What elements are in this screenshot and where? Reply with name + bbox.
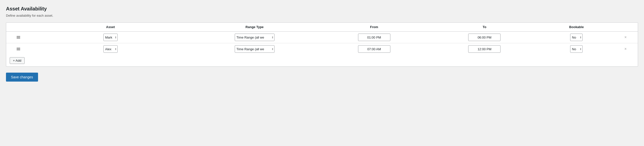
col-drag xyxy=(6,23,31,32)
to-cell xyxy=(430,43,540,55)
range-type-select-1[interactable]: Time Range (all we xyxy=(235,45,274,53)
bookable-cell: No Yes xyxy=(540,32,613,43)
col-bookable: Bookable xyxy=(540,23,613,32)
to-input-1[interactable] xyxy=(468,45,500,53)
add-row: + Add xyxy=(6,55,638,66)
asset-cell: Mark Alex xyxy=(31,32,190,43)
remove-row-button-0[interactable]: × xyxy=(623,35,628,39)
table-row: Mark Alex Time Range (all we No Yes × xyxy=(6,43,638,55)
asset-select-0[interactable]: Mark Alex xyxy=(104,34,118,41)
page-title: Asset Availability xyxy=(6,6,638,12)
col-from: From xyxy=(319,23,430,32)
asset-cell: Mark Alex xyxy=(31,43,190,55)
range-type-cell: Time Range (all we xyxy=(190,43,319,55)
drag-handle-icon[interactable] xyxy=(9,48,28,50)
from-cell xyxy=(319,32,430,43)
drag-handle-cell[interactable] xyxy=(6,43,31,55)
availability-table: Asset Range Type From To Bookable Mark A… xyxy=(6,23,638,66)
add-button[interactable]: + Add xyxy=(10,57,24,64)
save-changes-button[interactable]: Save changes xyxy=(6,73,38,82)
availability-table-wrapper: Asset Range Type From To Bookable Mark A… xyxy=(6,22,638,67)
table-header-row: Asset Range Type From To Bookable xyxy=(6,23,638,32)
table-row: Mark Alex Time Range (all we No Yes × xyxy=(6,32,638,43)
range-type-select-0[interactable]: Time Range (all we xyxy=(235,34,274,41)
bookable-select-1[interactable]: No Yes xyxy=(570,45,582,53)
col-remove xyxy=(613,23,638,32)
col-asset: Asset xyxy=(31,23,190,32)
remove-cell: × xyxy=(613,32,638,43)
asset-select-1[interactable]: Mark Alex xyxy=(104,45,118,53)
drag-handle-cell[interactable] xyxy=(6,32,31,43)
from-input-1[interactable] xyxy=(358,45,390,53)
range-type-cell: Time Range (all we xyxy=(190,32,319,43)
remove-cell: × xyxy=(613,43,638,55)
col-to: To xyxy=(430,23,540,32)
add-row-cell: + Add xyxy=(6,55,638,66)
page-subtitle: Define availability for each asset. xyxy=(6,14,638,18)
to-input-0[interactable] xyxy=(468,34,500,41)
col-range-type: Range Type xyxy=(190,23,319,32)
bookable-cell: No Yes xyxy=(540,43,613,55)
bookable-select-0[interactable]: No Yes xyxy=(570,34,582,41)
to-cell xyxy=(430,32,540,43)
drag-handle-icon[interactable] xyxy=(9,36,28,38)
from-cell xyxy=(319,43,430,55)
remove-row-button-1[interactable]: × xyxy=(623,47,628,51)
from-input-0[interactable] xyxy=(358,34,390,41)
